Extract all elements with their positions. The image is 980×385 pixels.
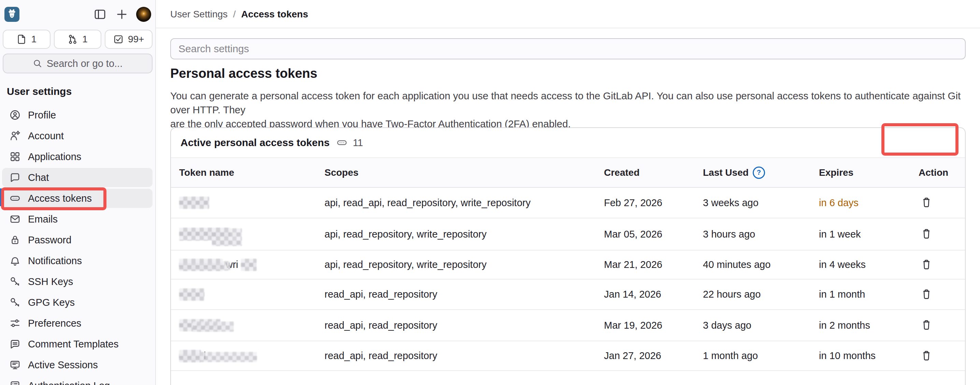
token-name-cell (171, 197, 325, 209)
sidebar-item-preferences[interactable]: Preferences (2, 313, 153, 333)
created-cell: Feb 27, 2026 (604, 197, 703, 208)
sidebar-item-label: GPG Keys (28, 297, 75, 308)
user-avatar[interactable] (136, 7, 151, 22)
token-row: read_api, admin_modeApr 28, 20241 year a… (171, 370, 965, 385)
scopes-cell: read_api, read_repository (325, 350, 604, 361)
todos-count-button[interactable]: 99+ (105, 30, 153, 49)
col-header-created: Created (604, 167, 703, 178)
delete-token-button[interactable] (919, 195, 934, 211)
trash-icon (921, 289, 932, 300)
delete-token-button[interactable] (919, 226, 934, 242)
col-header-last-used: Last Used ? (703, 167, 819, 179)
action-cell (911, 195, 965, 211)
expires-cell: in 4 weeks (819, 259, 911, 270)
issues-count-button[interactable]: 1 (3, 30, 51, 49)
breadcrumb-parent[interactable]: User Settings (170, 9, 228, 20)
sidebar-nav: ProfileAccountApplicationsChatAccess tok… (0, 105, 155, 385)
token-name-cell: l (171, 350, 325, 362)
chat-icon (10, 172, 21, 183)
gpg-keys-icon (10, 297, 21, 308)
main-content: User Settings / Access tokens Personal a… (156, 0, 980, 385)
create-new-plus-icon[interactable] (116, 8, 128, 21)
todos-icon (113, 34, 124, 45)
panel-title: Active personal access tokens (180, 137, 329, 148)
profile-icon (10, 110, 21, 121)
action-cell (911, 226, 965, 242)
description-line-1: You can generate a personal access token… (170, 89, 980, 117)
sidebar-item-account[interactable]: Account (2, 126, 153, 145)
sidebar-item-label: Password (28, 234, 71, 246)
last-used-cell: 1 month ago (703, 350, 819, 361)
issues-icon (17, 34, 27, 45)
token-row: api, read_api, read_repository, write_re… (171, 188, 965, 218)
sidebar-toggle-icon[interactable] (94, 8, 106, 21)
trash-icon (921, 197, 932, 208)
delete-token-button[interactable] (919, 287, 934, 302)
authentication-log-icon (10, 380, 21, 385)
issues-count: 1 (32, 34, 37, 45)
giraffe-logo-icon (5, 8, 18, 21)
token-pill-icon (336, 137, 347, 148)
gitlab-access-tokens-page: { "topbar": { "global_search_placeholder… (0, 0, 980, 385)
delete-token-button[interactable] (919, 348, 934, 364)
delete-token-button[interactable] (919, 317, 934, 333)
trash-icon (921, 320, 932, 331)
applications-icon (10, 151, 21, 162)
sidebar-item-gpg-keys[interactable]: GPG Keys (2, 293, 153, 312)
sidebar-item-label: Account (28, 130, 64, 142)
token-name-cell (171, 228, 325, 240)
last-used-cell: 3 weeks ago (703, 197, 819, 208)
emails-icon (10, 214, 21, 224)
last-used-cell: 3 hours ago (703, 229, 819, 240)
token-count-badge: 11 (353, 137, 363, 148)
last-used-help-icon[interactable]: ? (753, 167, 765, 179)
last-used-cell: 3 days ago (703, 320, 819, 331)
global-search-button[interactable]: Search or go to... (3, 54, 153, 73)
last-used-cell: 22 hours ago (703, 289, 819, 300)
todos-count: 99+ (128, 34, 144, 45)
sidebar-item-label: Chat (28, 172, 49, 183)
token-row: read_api, read_repositoryMar 19, 20263 d… (171, 309, 965, 340)
sidebar-item-profile[interactable]: Profile (2, 105, 153, 124)
redacted-token-name-blob (179, 352, 257, 362)
token-row: lread_api, read_repositoryJan 27, 20261 … (171, 340, 965, 370)
sidebar-item-label: Emails (28, 214, 58, 225)
sidebar-item-comment-templates[interactable]: Comment Templates (2, 334, 153, 353)
col-header-action: Action (911, 167, 965, 178)
action-cell (911, 317, 965, 333)
sidebar-item-active-sessions[interactable]: Active Sessions (2, 355, 153, 374)
sidebar-item-chat[interactable]: Chat (2, 168, 153, 187)
scopes-cell: read_api, read_repository (325, 289, 604, 300)
token-name-cell (171, 319, 325, 331)
sidebar-item-ssh-keys[interactable]: SSH Keys (2, 272, 153, 291)
sidebar-item-password[interactable]: Password (2, 231, 153, 250)
expires-cell: in 1 week (819, 229, 911, 240)
sidebar-item-label: Active Sessions (28, 360, 98, 371)
token-name-cell (171, 288, 325, 301)
last-used-cell: 40 minutes ago (703, 259, 819, 270)
token-name-cell: wri (171, 259, 325, 271)
settings-search-input[interactable] (170, 38, 966, 59)
merge-requests-count-button[interactable]: 1 (54, 30, 102, 49)
scopes-cell: api, read_api, read_repository, write_re… (325, 197, 604, 208)
expires-cell: in 1 month (819, 289, 911, 300)
workspace-logo[interactable] (5, 7, 19, 22)
page-title: Personal access tokens (170, 66, 317, 81)
global-search-label: Search or go to... (47, 58, 123, 69)
created-cell: Mar 21, 2026 (604, 259, 703, 270)
sidebar-item-emails[interactable]: Emails (2, 210, 153, 229)
delete-token-button[interactable] (919, 257, 934, 273)
table-header-row: Token name Scopes Created Last Used ? Ex… (171, 158, 965, 188)
token-table-body: api, read_api, read_repository, write_re… (171, 188, 965, 385)
sidebar-item-authentication-log[interactable]: Authentication Log (2, 376, 153, 385)
created-cell: Jan 14, 2026 (604, 289, 703, 300)
sidebar-item-notifications[interactable]: Notifications (2, 251, 153, 270)
account-icon (10, 130, 21, 141)
active-sessions-icon (10, 360, 21, 370)
merge-requests-icon (68, 34, 78, 45)
scopes-cell: read_api, read_repository (325, 320, 604, 331)
sidebar-item-applications[interactable]: Applications (2, 147, 153, 166)
expires-cell: in 10 months (819, 350, 911, 361)
topbar-divider (156, 28, 980, 28)
created-cell: Jan 27, 2026 (604, 350, 703, 361)
